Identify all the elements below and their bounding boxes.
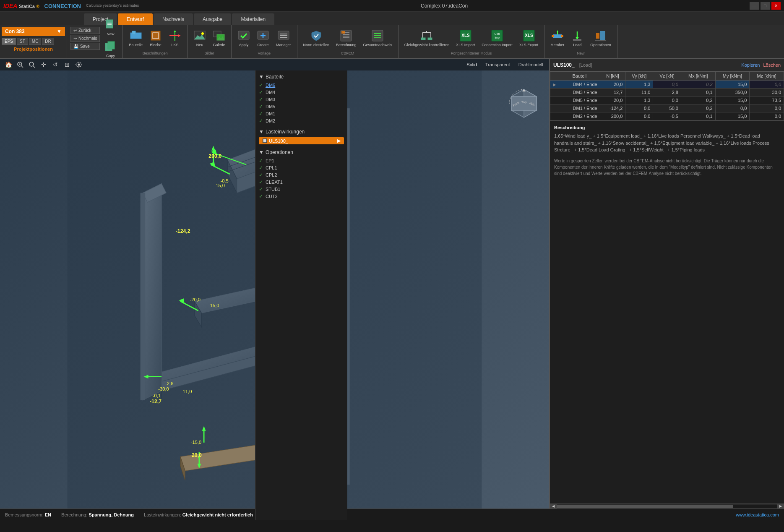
table-row[interactable]: ▶ DM4 / Ende 20,0 1,3 0,0 0,2 15,0 0,0 xyxy=(550,81,784,89)
svg-line-62 xyxy=(21,66,23,68)
tab-st[interactable]: ST xyxy=(17,38,28,45)
delete-load-button[interactable]: Löschen xyxy=(763,63,781,68)
legend-panel: ▼ Bauteile ✓ DM6 ✓ DM4 ✓ DM3 ✓ DM5 ✓ DM1 xyxy=(255,70,347,520)
list-item[interactable]: ✓ CUT2 xyxy=(259,193,344,199)
rotate-button[interactable]: ↺ xyxy=(50,60,60,70)
list-item[interactable]: ✓ DM1 xyxy=(259,111,344,117)
tab-entwurf[interactable]: Entwurf xyxy=(118,13,153,25)
list-item[interactable]: ✓ DM6 xyxy=(259,82,344,88)
horizontal-scrollbar[interactable]: ◀ ▶ xyxy=(550,503,784,509)
tab-dr[interactable]: DR xyxy=(42,38,54,45)
description-note: Werte in gesperrten Zellen werden bei de… xyxy=(554,158,780,177)
description-title: Beschreibung xyxy=(554,125,780,130)
col-bauteil[interactable]: Bauteil xyxy=(559,72,600,81)
table-scroll-area[interactable]: Bauteil N [kN] Vy [kN] Vz [kN] Mx [kNm] … xyxy=(550,71,784,120)
xls-import-button[interactable]: XLS XLS Import xyxy=(453,28,477,49)
load-case-name: ULS100_ xyxy=(553,62,575,68)
project-dropdown[interactable]: Con 383 ▼ xyxy=(2,27,65,36)
xls-export-button[interactable]: XLS XLS Export xyxy=(517,28,541,49)
close-button[interactable]: ✕ xyxy=(771,2,781,10)
table-row[interactable]: DM2 / Ende 200,0 0,0 -0,5 0,1 15,0 0,0 xyxy=(550,112,784,120)
tab-materialien[interactable]: Materialien xyxy=(232,13,274,25)
tab-mc[interactable]: MC xyxy=(29,38,42,45)
col-mz[interactable]: Mz [kNm] xyxy=(750,72,784,81)
dm6-link[interactable]: DM6 xyxy=(266,83,275,88)
title-bar: IDEA StatiCa ® CONNECTION Calculate yest… xyxy=(0,0,784,12)
pan-button[interactable]: ✛ xyxy=(39,60,49,70)
grid-button[interactable]: ⊞ xyxy=(62,60,72,70)
copy-load-button[interactable]: Kopieren xyxy=(741,63,760,68)
svg-rect-42 xyxy=(428,38,432,40)
operationen-button[interactable]: Operationen xyxy=(588,28,614,49)
minimize-button[interactable]: — xyxy=(750,2,759,10)
list-item[interactable]: ✓ DM3 xyxy=(259,96,344,102)
svg-point-15 xyxy=(201,32,204,35)
member-button[interactable]: Member xyxy=(548,28,567,49)
galerie-button[interactable]: Galerie xyxy=(210,28,228,49)
gesamtnachweis-button[interactable]: Gesamtnachweis xyxy=(361,28,395,49)
table-row[interactable]: DM1 / Ende -124,2 0,0 50,0 0,2 0,0 0,0 xyxy=(550,104,784,112)
svg-text:15,0: 15,0 xyxy=(210,303,219,308)
col-my[interactable]: My [kNm] xyxy=(715,72,750,81)
berechnung-button[interactable]: Berechnung xyxy=(333,28,359,49)
norm-button[interactable]: Norm einstellen xyxy=(301,28,332,49)
solid-view-button[interactable]: Solid xyxy=(464,61,479,68)
bauteile-button[interactable]: Bauteile xyxy=(126,28,145,49)
list-item[interactable]: ✓ EP1 xyxy=(259,158,344,164)
list-item[interactable]: ✓ DM2 xyxy=(259,118,344,124)
app-logo-area: IDEA StatiCa ® CONNECTION Calculate yest… xyxy=(3,3,139,9)
list-item[interactable]: ✓ STUB1 xyxy=(259,186,344,192)
gleichgewicht-button[interactable]: Gleichgewicht kontrollieren xyxy=(402,28,452,49)
table-row[interactable]: DM3 / Ende -12,7 11,0 -2,8 -0,1 350,0 -3… xyxy=(550,89,784,96)
bleche-button[interactable]: Bleche xyxy=(147,28,164,49)
new-button[interactable]: New xyxy=(102,17,119,38)
scroll-right-button[interactable]: ▶ xyxy=(777,504,784,509)
svg-text:-12,7: -12,7 xyxy=(150,399,161,404)
website-link[interactable]: www.ideastatica.com xyxy=(736,512,779,517)
bemessungsnorm-label: Bemessungsnorm: EN xyxy=(5,512,51,517)
col-mx[interactable]: Mx [kNm] xyxy=(681,72,715,81)
list-item[interactable]: ✓ CPL2 xyxy=(259,172,344,178)
col-vy[interactable]: Vy [kN] xyxy=(625,72,653,81)
tab-ausgabe[interactable]: Ausgabe xyxy=(194,13,231,25)
maximize-button[interactable]: □ xyxy=(761,2,770,10)
tab-nachweis[interactable]: Nachweis xyxy=(154,13,193,25)
transparent-view-button[interactable]: Transparent xyxy=(483,61,513,68)
manager-button[interactable]: Manager xyxy=(273,28,294,49)
col-n[interactable]: N [kN] xyxy=(600,72,625,81)
load-button[interactable]: Load xyxy=(568,28,586,49)
settings-icon[interactable] xyxy=(74,60,84,70)
list-item[interactable]: ✓ CPL1 xyxy=(259,165,344,171)
cube-navigator[interactable]: Top Front Side xyxy=(507,87,541,121)
svg-text:-124,2: -124,2 xyxy=(176,228,190,234)
redo-button[interactable]: ↪ Nochmals xyxy=(70,35,100,42)
svg-text:-20,0: -20,0 xyxy=(190,297,201,302)
description-area: Beschreibung 1,65*Wind load y_ + 1,5*Equ… xyxy=(550,120,784,503)
uls100-item[interactable]: 🔲 ULS100_ ▶ xyxy=(259,137,344,144)
connection-import-button[interactable]: Con Imp Connection Import xyxy=(479,28,515,49)
lks-button[interactable]: LKS xyxy=(166,28,184,49)
svg-rect-58 xyxy=(596,33,599,39)
col-vz[interactable]: Vz [kN] xyxy=(653,72,681,81)
back-button[interactable]: ↩ Zurück xyxy=(70,27,100,34)
home-view-button[interactable]: 🏠 xyxy=(3,60,13,70)
table-row[interactable]: DM5 / Ende -20,0 1,3 0,0 0,2 15,0 -73,5 xyxy=(550,96,784,104)
zoom-button[interactable] xyxy=(27,60,37,70)
operationen-section: ▼ Operationen ✓ EP1 ✓ CPL1 ✓ CPL2 ✓ CLEA… xyxy=(259,149,344,199)
scrollbar-track[interactable] xyxy=(557,505,777,508)
neu-button[interactable]: Neu xyxy=(191,28,208,49)
apply-button[interactable]: Apply xyxy=(235,28,253,49)
create-button[interactable]: Create xyxy=(254,28,272,49)
list-item[interactable]: ✓ DM4 xyxy=(259,89,344,95)
tab-eps[interactable]: EPS xyxy=(2,38,16,45)
save-button[interactable]: 💾 Save xyxy=(70,43,100,50)
zoom-fit-button[interactable] xyxy=(15,60,25,70)
scrollbar-thumb[interactable] xyxy=(557,505,733,508)
scroll-left-button[interactable]: ◀ xyxy=(550,504,557,509)
copy-button[interactable]: Copy xyxy=(102,39,119,60)
list-item[interactable]: ✓ CLEAT1 xyxy=(259,179,344,185)
load-case-panel: ULS100_ [Load] Kopieren Löschen xyxy=(550,59,784,71)
berechnung-value: Spannung, Dehnung xyxy=(89,512,134,517)
drahtmodell-view-button[interactable]: Drahtmodell xyxy=(516,61,546,68)
list-item[interactable]: ✓ DM5 xyxy=(259,104,344,110)
